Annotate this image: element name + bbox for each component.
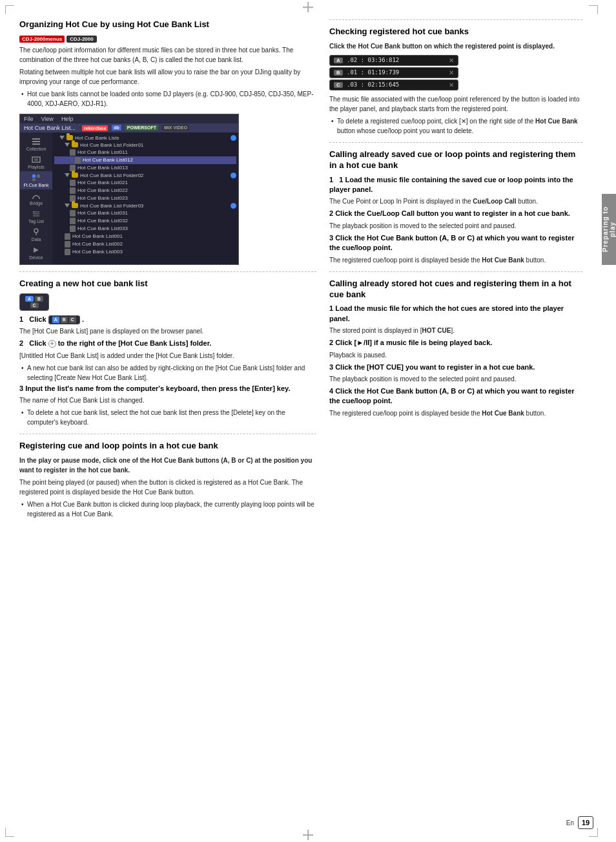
bullet-hot-cue-lists: Hot cue bank lists cannot be loaded onto… [19,89,316,109]
circle-indicator [231,173,236,178]
calling-stored-step2-sub: Playback is paused. [329,350,582,360]
tree-row-002[interactable]: Hot Cue Bank List002 [54,240,236,248]
calling-stored-step3-sub: The playback position is moved to the se… [329,374,582,384]
calling-stored-step3-heading: 3 Click the [HOT CUE] you want to regist… [329,363,582,372]
file-icon [65,249,70,255]
expand-icon [65,173,70,177]
file-icon [65,233,70,240]
cue-bar-b[interactable]: B .01 : 01:19:739 ✕ [329,67,458,78]
tree-row-001[interactable]: Hot Cue Bank List001 [54,233,236,240]
data-icon [30,227,42,237]
playlists-icon [30,155,42,164]
sidebar-bridge[interactable]: Bridge [20,189,52,207]
file-icon [70,149,76,156]
cue-bar-close-a[interactable]: ✕ [449,57,454,64]
right-column: Checking registered hot cue banks Click … [329,19,582,520]
device-icon [30,246,42,255]
intro-text: The cue/loop point information for diffe… [19,45,316,65]
cue-bar-c[interactable]: C .03 : 02:15:645 ✕ [329,79,458,90]
registering-sub: The point being played (or paused) when … [19,478,316,497]
cue-bar-close-c[interactable]: ✕ [449,81,454,89]
cue-bar-a[interactable]: A .02 : 03:36:812 ✕ [329,55,458,66]
tree-row-011[interactable]: Hot Cue Bank List011 [54,149,236,156]
calling-stored-step4-sub: The registered cue/loop point is display… [329,408,582,418]
svg-rect-7 [37,174,40,178]
tree-row-root[interactable]: Hot Cue Bank Lists [54,134,236,142]
corner-mark-br [589,828,598,837]
registering-bullet: When a Hot Cue Bank button is clicked du… [19,500,316,519]
file-icon [70,165,76,171]
calling-stored-title: Calling already stored hot cues and regi… [329,279,582,300]
creating-step2-sub: [Untitled Hot Cue Bank List] is added un… [19,351,316,361]
tree-row-021[interactable]: Hot Cue Bank List021 [54,179,236,187]
checking-title: Checking registered hot cue banks [329,26,582,37]
expand-icon [65,143,70,147]
left-column: Organizing Hot Cue by using Hot Cue Bank… [19,19,316,520]
screenshot-menubar: File View Help [20,114,238,123]
tree-row-012-selected[interactable]: Hot Cue Bank List012 [54,156,236,164]
sidebar-playlists[interactable]: Playlists [20,153,52,171]
creating-title: Creating a new hot cue bank list [19,279,316,289]
calling-saved-step2-heading: 2 Click the Cue/Loop Call button you wan… [329,209,582,218]
corner-mark-bl [5,828,14,837]
svg-rect-8 [32,178,36,181]
taglist-icon [30,209,42,218]
hcb-button-graphic: A B C [19,293,49,311]
sidebar-device[interactable]: Device [20,244,52,262]
sidebar-collection[interactable]: Collection [20,135,52,153]
main-content: Organizing Hot Cue by using Hot Cue Bank… [0,0,602,540]
sidebar-taglist[interactable]: Tag List [20,207,52,226]
cue-bars-area: A .02 : 03:36:812 ✕ B .01 : 01:19:739 ✕ … [329,55,582,90]
preparing-to-play-tab: Preparing to play [602,194,616,265]
page-number: 19 [578,816,593,829]
intro-text2: Rotating between multiple hot cue bank l… [19,67,316,87]
tree-row-folder03[interactable]: Hot Cue Bank List Folder03 [54,202,236,209]
tree-row-013[interactable]: Hot Cue Bank List013 [54,164,236,172]
circle-indicator [231,135,236,141]
cue-bar-time-b: .01 : 01:19:739 [347,69,449,76]
tree-row-folder01[interactable]: Hot Cue Bank List Folder01 [54,142,236,149]
registering-bold: In the play or pause mode, click one of … [19,456,316,475]
cue-bar-label-a: A [334,58,343,63]
screenshot-sidebar: Collection Playlists [20,132,52,264]
file-icon [70,187,76,194]
logo-mix: MIX VIDEO [162,125,189,131]
tree-row-023[interactable]: Hot Cue Bank List023 [54,195,236,202]
file-icon [75,157,81,163]
tree-row-folder02[interactable]: Hot Cue Bank List Folder02 [54,172,236,179]
divider-calling-stored [329,271,582,272]
svg-point-11 [33,211,34,213]
tree-row-032[interactable]: Hot Cue Bank List032 [54,217,236,225]
plus-circle-icon: + [48,340,56,348]
calling-saved-title: Calling already saved cue or loop points… [329,149,582,171]
sidebar-hotcuebank[interactable]: Ft.Cue Bank [20,171,52,189]
creating-step1-sub: The [Hot Cue Bank List] pane is displaye… [19,326,316,336]
calling-saved-step3-sub: The registered cue/loop point is display… [329,255,582,265]
cue-bar-close-b[interactable]: ✕ [449,69,454,76]
logo-db: db [112,125,121,131]
svg-point-12 [34,229,38,233]
tree-row-022[interactable]: Hot Cue Bank List022 [54,187,236,195]
circle-indicator [231,203,236,209]
language-label: En [566,819,574,826]
divider-creating [19,271,316,272]
expand-icon [65,204,70,207]
divider-registering [19,434,316,434]
cdj-logo-area: CDJ-2000menus CDJ-2000 [19,36,97,43]
divider-checking-top [329,19,582,20]
tree-row-031[interactable]: Hot Cue Bank List031 [54,209,236,217]
collection-icon [30,137,42,146]
cue-bar-label-b: B [334,70,343,76]
tree-row-003[interactable]: Hot Cue Bank List003 [54,248,236,256]
calling-saved-step2-sub: The playback position is moved to the se… [329,221,582,231]
screenshot-tree: Hot Cue Bank Lists Hot Cue Bank List Fol… [52,132,238,264]
tree-row-033[interactable]: Hot Cue Bank List033 [54,225,236,233]
sidebar-data[interactable]: Data [20,226,52,244]
file-icon [70,226,76,232]
checking-bold: Click the Hot Cue Bank button on which t… [329,41,582,51]
file-icon [70,218,76,224]
logo-powersoft: POWERSOFT [125,125,158,131]
expand-icon [59,136,65,140]
file-icon [70,180,76,186]
main-title: Organizing Hot Cue by using Hot Cue Bank… [19,19,316,30]
